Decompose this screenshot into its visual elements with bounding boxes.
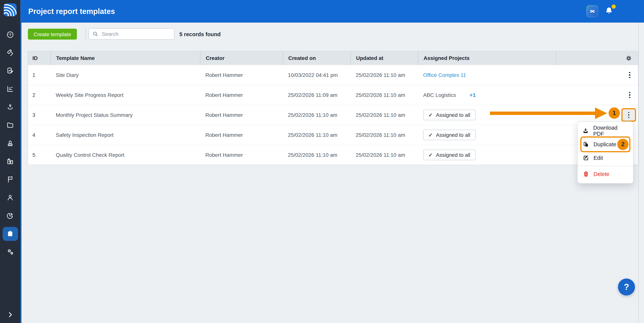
help-button[interactable]: ? xyxy=(618,278,635,296)
cell-template-name: Quality Control Check Report xyxy=(50,152,200,158)
col-header-id: ID xyxy=(28,51,50,65)
records-count: 5 records found xyxy=(179,29,221,40)
cell-created-on: 25/02/2026 11:10 am xyxy=(282,152,350,158)
sidebar-item-projects[interactable] xyxy=(0,116,20,134)
cell-creator: Robert Hammer xyxy=(200,72,282,78)
app-root: Project report templates Create template… xyxy=(0,0,644,323)
dashboard-icon xyxy=(6,30,14,39)
menu-item-delete[interactable]: Delete xyxy=(578,167,633,181)
table-row: 3 Monthly Project Status Summary Robert … xyxy=(28,105,638,125)
col-header-template-name: Template Name xyxy=(50,51,200,65)
duplicate-icon xyxy=(582,141,589,148)
search-input[interactable] xyxy=(101,30,166,37)
menu-item-duplicate[interactable]: Duplicate 2 xyxy=(578,138,633,151)
cell-id: 1 xyxy=(28,72,50,78)
table-row: 2 Weekly Site Progress Report Robert Ham… xyxy=(28,85,638,105)
menu-item-label: Delete xyxy=(594,171,609,177)
sidebar-item-analytics[interactable] xyxy=(0,206,20,225)
person-location-icon xyxy=(6,103,14,111)
assigned-to-all-chip[interactable]: ✓Assigned to all xyxy=(423,110,476,120)
check-icon: ✓ xyxy=(428,112,432,118)
folder-icon xyxy=(6,121,14,129)
user-icon xyxy=(6,193,14,202)
download-icon xyxy=(582,128,589,134)
col-header-actions xyxy=(556,51,638,65)
sidebar-item-site-presence[interactable] xyxy=(0,98,20,116)
col-header-created-on: Created on xyxy=(282,51,350,65)
sidebar xyxy=(0,0,22,323)
sidebar-item-users[interactable] xyxy=(0,188,20,206)
row-actions-kebab-button[interactable] xyxy=(624,89,635,101)
sidebar-item-report-templates[interactable] xyxy=(0,225,20,243)
menu-item-label: Duplicate xyxy=(594,141,616,147)
menu-item-label: Edit xyxy=(594,155,603,161)
cell-created-on: 25/02/2026 11:10 am xyxy=(282,132,350,138)
trash-icon xyxy=(582,171,589,178)
cell-created-on: 25/02/2026 11:09 am xyxy=(282,92,350,98)
chevron-right-icon xyxy=(6,311,14,318)
tags-icon xyxy=(6,48,14,57)
cell-id: 2 xyxy=(28,92,50,98)
sidebar-item-stamp[interactable] xyxy=(0,134,20,152)
more-projects-link[interactable]: +1 xyxy=(470,92,476,98)
sidebar-item-dashboard[interactable] xyxy=(0,26,20,44)
step-1-badge: 1 xyxy=(608,108,620,119)
app-switcher-button[interactable] xyxy=(586,5,598,17)
table-row: 1 Site Diary Robert Hammer 10/03/2022 04… xyxy=(28,65,638,85)
row-actions-kebab-button[interactable] xyxy=(624,69,635,81)
search-box xyxy=(88,28,174,40)
check-icon: ✓ xyxy=(428,152,432,158)
planradar-logo[interactable] xyxy=(4,4,16,16)
page-title: Project report templates xyxy=(28,0,115,22)
content-right-border xyxy=(638,22,639,323)
sidebar-item-company[interactable] xyxy=(0,152,20,170)
sidebar-item-forms[interactable] xyxy=(0,62,20,80)
cell-created-on: 10/03/2022 04:41 pm xyxy=(282,72,350,78)
sidebar-item-flag[interactable] xyxy=(0,170,20,188)
create-template-button[interactable]: Create template xyxy=(28,29,77,40)
step-2-badge: 2 xyxy=(617,139,628,150)
form-edit-icon xyxy=(6,67,14,75)
sidebar-expand-button[interactable] xyxy=(0,310,20,320)
cell-updated-at: 25/02/2026 11:10 am xyxy=(350,132,418,138)
cell-template-name: Site Diary xyxy=(50,72,200,78)
sidebar-item-statistics[interactable] xyxy=(0,80,20,98)
table-row: 4 Safety Inspection Report Robert Hammer… xyxy=(28,125,638,145)
table-header-row: ID Template Name Creator Created on Upda… xyxy=(28,51,638,65)
assigned-to-all-chip[interactable]: ✓Assigned to all xyxy=(423,130,476,140)
cell-id: 5 xyxy=(28,152,50,158)
flag-icon xyxy=(6,175,14,184)
chart-icon xyxy=(6,85,14,93)
cell-creator: Robert Hammer xyxy=(200,152,282,158)
cell-creator: Robert Hammer xyxy=(200,92,282,98)
cell-updated-at: 25/02/2026 11:10 am xyxy=(350,92,418,98)
cell-template-name: Weekly Site Progress Report xyxy=(50,92,200,98)
menu-item-edit[interactable]: Edit xyxy=(578,151,633,165)
cell-template-name: Monthly Project Status Summary xyxy=(50,112,200,118)
column-settings-gear-icon[interactable] xyxy=(626,55,632,61)
templates-table: ID Template Name Creator Created on Upda… xyxy=(28,51,638,165)
pie-chart-icon xyxy=(6,212,14,220)
cell-id: 3 xyxy=(28,112,50,118)
cell-created-on: 25/02/2026 11:10 am xyxy=(282,112,350,118)
clipboard-icon xyxy=(6,230,14,238)
toolbar-divider xyxy=(86,28,86,41)
table-row: 5 Quality Control Check Report Robert Ha… xyxy=(28,145,638,165)
sidebar-item-tags[interactable] xyxy=(0,44,20,62)
assigned-project-link[interactable]: Office Complex 11 xyxy=(423,72,466,78)
cell-creator: Robert Hammer xyxy=(200,112,282,118)
logo-arcs-icon xyxy=(4,4,16,16)
search-icon xyxy=(92,31,98,37)
sidebar-item-settings[interactable] xyxy=(0,243,20,261)
row-actions-kebab-button-highlighted[interactable] xyxy=(622,108,636,122)
stamp-icon xyxy=(6,139,14,147)
cell-creator: Robert Hammer xyxy=(200,132,282,138)
col-header-updated-at: Updated at xyxy=(350,51,418,65)
menu-item-download-pdf[interactable]: Download PDF xyxy=(578,124,633,138)
assigned-to-all-chip[interactable]: ✓Assigned to all xyxy=(423,150,476,160)
col-header-creator: Creator xyxy=(200,51,282,65)
notifications-button[interactable] xyxy=(604,6,614,16)
notification-dot xyxy=(612,4,616,9)
menu-item-label: Download PDF xyxy=(593,125,628,137)
buildings-icon xyxy=(6,157,14,166)
